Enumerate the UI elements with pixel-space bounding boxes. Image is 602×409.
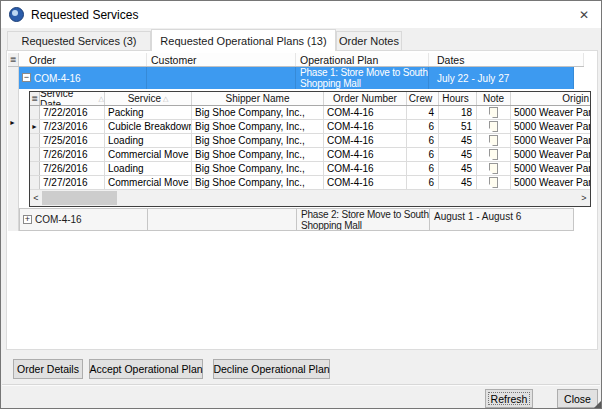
note-icon[interactable]	[489, 177, 498, 188]
cell-note	[477, 176, 511, 189]
tab-label: Order Notes	[339, 35, 399, 47]
cell-note	[477, 134, 511, 147]
cell-origin: 5000 Weaver Park Ro	[511, 120, 590, 133]
resize-grip[interactable]	[594, 401, 601, 408]
column-header-note[interactable]: Note	[477, 92, 511, 105]
scroll-right-icon[interactable]: >	[578, 190, 590, 206]
cell-service-date: 7/26/2016	[40, 162, 105, 175]
sort-ascending-icon: △	[99, 95, 104, 103]
record-selector-strip: ►	[8, 67, 19, 231]
cell-service-date: 7/25/2016	[40, 134, 105, 147]
grid-corner: ≣	[30, 92, 40, 105]
cell-hours: 45	[439, 148, 477, 161]
cell-hours: 18	[439, 106, 477, 119]
column-header-crew[interactable]: Crew	[407, 92, 439, 105]
horizontal-scrollbar[interactable]: < >	[30, 190, 590, 206]
cell-order-number: COM-4-16	[324, 134, 407, 147]
tab-order-notes[interactable]: Order Notes	[336, 31, 402, 51]
cell-hours: 45	[439, 162, 477, 175]
cell-service: Loading	[105, 134, 192, 147]
expand-button[interactable]: +	[23, 215, 32, 224]
accept-operational-plan-button[interactable]: Accept Operational Plan	[89, 359, 203, 379]
column-header-dates[interactable]: Dates	[429, 53, 584, 66]
requested-services-dialog: Requested Services ✕ Requested Services …	[0, 0, 602, 409]
note-icon[interactable]	[489, 149, 498, 160]
cell-service: Packing	[105, 106, 192, 119]
table-row[interactable]: 7/27/2016 Commercial Move Big Shoe Compa…	[30, 176, 590, 190]
scroll-left-icon[interactable]: <	[30, 190, 42, 206]
column-header-operational-plan[interactable]: Operational Plan	[296, 53, 429, 66]
close-dialog-button[interactable]: Close	[557, 389, 598, 408]
cell-order-number: COM-4-16	[324, 148, 407, 161]
cell-order-number: COM-4-16	[324, 120, 407, 133]
table-row[interactable]: 7/22/2016 Packing Big Shoe Company, Inc.…	[30, 106, 590, 120]
cell-note	[477, 162, 511, 175]
cell-shipper-name: Big Shoe Company, Inc.,	[192, 148, 324, 161]
note-icon[interactable]	[489, 107, 498, 118]
column-header-service-date[interactable]: Service Date △	[40, 92, 105, 105]
tab-label: Requested Operational Plans (13)	[160, 35, 326, 47]
cell-customer	[147, 67, 296, 89]
column-header-service[interactable]: Service △	[105, 92, 192, 105]
column-header-origin[interactable]: Origin	[511, 92, 590, 105]
window-title: Requested Services	[31, 8, 138, 22]
scrollbar-thumb[interactable]	[42, 191, 117, 205]
cell-crew: 4	[407, 106, 439, 119]
grid-corner-icon: ≣	[31, 94, 38, 103]
tab-label: Requested Services (3)	[22, 35, 137, 47]
cell-order: + COM-4-16	[20, 209, 148, 230]
table-row[interactable]: 7/26/2016 Loading Big Shoe Company, Inc.…	[30, 162, 590, 176]
row-indicator-cell	[30, 162, 40, 175]
column-header-customer[interactable]: Customer	[147, 53, 296, 66]
cell-crew: 6	[407, 120, 439, 133]
detail-grid-header: ≣ Service Date △ Service △ Shipper Name …	[30, 92, 590, 106]
cell-service: Commercial Move	[105, 148, 192, 161]
cell-shipper-name: Big Shoe Company, Inc.,	[192, 120, 324, 133]
cell-service-date: 7/22/2016	[40, 106, 105, 119]
tab-requested-operational-plans[interactable]: Requested Operational Plans (13)	[151, 29, 336, 51]
cell-operational-plan: Phase 1: Store Move to South Shopping Ma…	[296, 67, 429, 89]
note-icon[interactable]	[489, 135, 498, 146]
column-header-shipper-name[interactable]: Shipper Name	[192, 92, 324, 105]
refresh-button[interactable]: Refresh	[485, 389, 533, 408]
note-icon[interactable]	[489, 121, 498, 132]
table-row[interactable]: ► 7/23/2016 Cubicle Breakdown Big Shoe C…	[30, 120, 590, 134]
master-grid-header: ≣ Order Customer Operational Plan Dates	[8, 53, 584, 67]
cell-shipper-name: Big Shoe Company, Inc.,	[192, 134, 324, 147]
order-details-button[interactable]: Order Details	[13, 359, 83, 379]
cell-origin: 5000 Weaver Park Ro	[511, 134, 590, 147]
cell-crew: 6	[407, 176, 439, 189]
detail-grid: ≣ Service Date △ Service △ Shipper Name …	[29, 91, 591, 207]
column-header-order-number[interactable]: Order Number	[324, 92, 407, 105]
order-value: COM-4-16	[35, 214, 82, 225]
master-row-phase2[interactable]: + COM-4-16 Phase 2: Store Move to South …	[19, 208, 574, 231]
cell-note	[477, 148, 511, 161]
cell-service-date: 7/26/2016	[40, 148, 105, 161]
master-row-phase1[interactable]: − COM-4-16 Phase 1: Store Move to South …	[19, 67, 574, 89]
cell-hours: 51	[439, 120, 477, 133]
cell-shipper-name: Big Shoe Company, Inc.,	[192, 176, 324, 189]
cell-order-number: COM-4-16	[324, 176, 407, 189]
cell-hours: 45	[439, 176, 477, 189]
row-indicator-cell	[30, 176, 40, 189]
close-button[interactable]: ✕	[567, 1, 601, 28]
current-row-indicator-icon: ►	[31, 123, 38, 131]
row-indicator-cell	[30, 106, 40, 119]
grid-corner-icon: ≣	[10, 55, 17, 64]
table-row[interactable]: 7/26/2016 Commercial Move Big Shoe Compa…	[30, 148, 590, 162]
decline-operational-plan-button[interactable]: Decline Operational Plan	[213, 359, 330, 379]
cell-crew: 6	[407, 148, 439, 161]
cell-order: − COM-4-16	[19, 67, 147, 89]
tab-requested-services[interactable]: Requested Services (3)	[7, 31, 151, 51]
collapse-button[interactable]: −	[22, 73, 31, 82]
column-header-order[interactable]: Order	[19, 53, 147, 66]
cell-service-date: 7/23/2016	[40, 120, 105, 133]
cell-origin: 5000 Weaver Park Ro	[511, 106, 590, 119]
column-header-hours[interactable]: Hours	[439, 92, 477, 105]
cell-origin: 5000 Weaver Park Ro	[511, 148, 590, 161]
close-icon: ✕	[579, 8, 589, 22]
cell-operational-plan: Phase 2: Store Move to South Shopping Ma…	[297, 209, 430, 230]
note-icon[interactable]	[489, 163, 498, 174]
titlebar: Requested Services ✕	[1, 1, 601, 28]
table-row[interactable]: 7/25/2016 Loading Big Shoe Company, Inc.…	[30, 134, 590, 148]
